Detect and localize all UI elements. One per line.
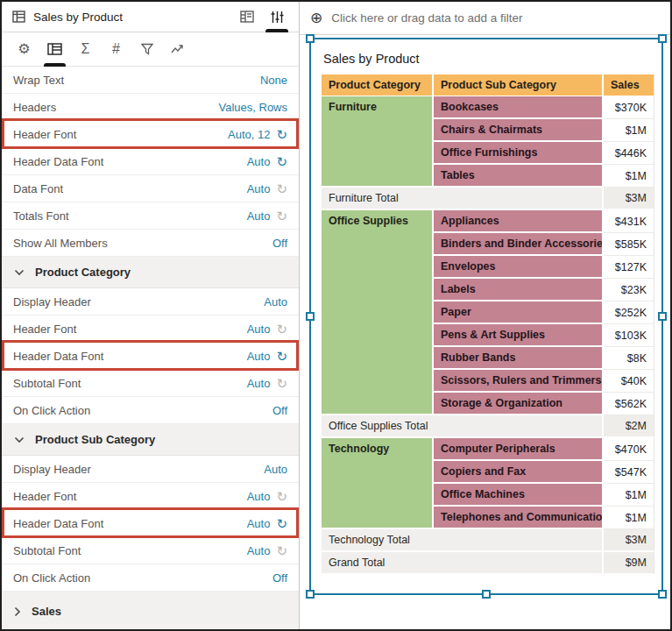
- tab-table-layout-icon[interactable]: [39, 32, 70, 66]
- subcategory-cell[interactable]: Office Furnishings: [434, 142, 604, 165]
- property-row-wrap-text[interactable]: Wrap TextNone: [2, 67, 299, 94]
- reset-icon[interactable]: ↻: [276, 128, 287, 141]
- property-value[interactable]: Off: [272, 571, 287, 585]
- property-row-show-all-members[interactable]: Show All MembersOff: [2, 230, 299, 257]
- sales-value-cell[interactable]: $446K: [604, 142, 654, 165]
- property-value[interactable]: None: [260, 74, 287, 87]
- subcategory-cell[interactable]: Scissors, Rulers and Trimmers: [434, 370, 604, 393]
- property-row-display-header[interactable]: Display HeaderAuto: [2, 288, 299, 316]
- property-value[interactable]: Auto: [247, 155, 271, 168]
- sales-value-cell[interactable]: $8K: [604, 347, 654, 370]
- grand-total-label-cell[interactable]: Grand Total: [322, 552, 604, 575]
- subtotal-label-cell[interactable]: Furniture Total: [322, 188, 604, 210]
- property-value[interactable]: Auto: [264, 463, 287, 476]
- resize-handle-bottom-mid[interactable]: [482, 590, 491, 599]
- category-cell[interactable]: Technology: [322, 438, 434, 529]
- property-value[interactable]: Auto, 12: [228, 128, 270, 141]
- sales-value-cell[interactable]: $1M: [604, 484, 654, 507]
- subcategory-cell[interactable]: Binders and Binder Accessories: [434, 233, 604, 256]
- reset-icon[interactable]: ↻: [276, 155, 287, 168]
- selected-visualization[interactable]: Sales by Product Product CategoryProduct…: [309, 38, 663, 595]
- subcategory-cell[interactable]: Tables: [434, 165, 604, 188]
- subcategory-cell[interactable]: Labels: [434, 279, 604, 301]
- property-value[interactable]: Values, Rows: [218, 101, 287, 114]
- sales-value-cell[interactable]: $103K: [604, 324, 654, 347]
- subcategory-cell[interactable]: Paper: [434, 301, 604, 324]
- sales-value-cell[interactable]: $252K: [604, 301, 654, 324]
- property-row-header-font[interactable]: Header FontAuto, 12↻: [2, 121, 299, 148]
- property-row-header-font[interactable]: Header FontAuto↻: [2, 316, 299, 343]
- sales-value-cell[interactable]: $1M: [604, 119, 654, 142]
- resize-handle-bottom-left[interactable]: [306, 590, 315, 599]
- property-row-header-data-font[interactable]: Header Data FontAuto↻: [2, 148, 299, 175]
- sales-value-cell[interactable]: $431K: [604, 210, 654, 233]
- reset-icon[interactable]: ↻: [276, 517, 287, 530]
- grammar-panel-icon[interactable]: [234, 2, 260, 32]
- category-cell[interactable]: Furniture: [322, 96, 434, 188]
- resize-handle-mid-left[interactable]: [306, 312, 315, 321]
- section-header-sales[interactable]: Sales: [2, 592, 299, 629]
- resize-handle-top-right[interactable]: [658, 34, 667, 43]
- filter-bar[interactable]: ⊕ Click here or drag data to add a filte…: [300, 2, 670, 35]
- grand-total-value-cell[interactable]: $9M: [604, 552, 654, 575]
- subcategory-cell[interactable]: Chairs & Chairmats: [434, 119, 604, 142]
- property-row-header-font[interactable]: Header FontAuto↻: [2, 483, 299, 510]
- property-value[interactable]: Auto: [247, 209, 271, 223]
- section-header-product-category[interactable]: Product Category: [2, 257, 299, 288]
- resize-handle-bottom-right[interactable]: [658, 590, 667, 599]
- column-header-product-category[interactable]: Product Category: [322, 74, 434, 96]
- property-value[interactable]: Auto: [247, 490, 271, 503]
- reset-icon[interactable]: ↻: [276, 350, 287, 363]
- sales-value-cell[interactable]: $370K: [604, 96, 654, 119]
- property-row-subtotal-font[interactable]: Subtotal FontAuto↻: [2, 370, 299, 397]
- sales-value-cell[interactable]: $562K: [604, 393, 654, 415]
- property-value[interactable]: Off: [272, 237, 287, 250]
- sales-value-cell[interactable]: $470K: [604, 438, 654, 461]
- property-value[interactable]: Auto: [247, 323, 271, 336]
- subcategory-cell[interactable]: Bookcases: [434, 96, 604, 119]
- properties-sliders-icon[interactable]: [264, 2, 290, 32]
- subtotal-label-cell[interactable]: Office Supplies Total: [322, 415, 604, 438]
- sales-value-cell[interactable]: $40K: [604, 370, 654, 393]
- sales-value-cell[interactable]: $1M: [604, 165, 654, 188]
- subtotal-value-cell[interactable]: $2M: [604, 415, 654, 438]
- property-value[interactable]: Auto: [247, 377, 271, 390]
- subcategory-cell[interactable]: Copiers and Fax: [434, 461, 604, 484]
- subcategory-cell[interactable]: Storage & Organization: [434, 393, 604, 415]
- subcategory-cell[interactable]: Computer Peripherals: [434, 438, 604, 461]
- subcategory-cell[interactable]: Envelopes: [434, 256, 604, 279]
- subcategory-cell[interactable]: Rubber Bands: [434, 347, 604, 370]
- sales-value-cell[interactable]: $1M: [604, 507, 654, 529]
- section-header-product-sub-category[interactable]: Product Sub Category: [2, 424, 299, 456]
- sales-value-cell[interactable]: $23K: [604, 279, 654, 301]
- tab-totals-sigma-icon[interactable]: Σ: [70, 32, 101, 66]
- property-row-on-click-action[interactable]: On Click ActionOff: [2, 397, 299, 424]
- subcategory-cell[interactable]: Telephones and Communication: [434, 507, 604, 529]
- tab-filter-icon[interactable]: [131, 32, 162, 66]
- property-value[interactable]: Auto: [247, 544, 271, 557]
- sales-value-cell[interactable]: $547K: [604, 461, 654, 484]
- column-header-product-sub-category[interactable]: Product Sub Category: [434, 74, 604, 96]
- property-row-headers[interactable]: HeadersValues, Rows: [2, 94, 299, 121]
- sales-value-cell[interactable]: $127K: [604, 256, 654, 279]
- add-filter-icon[interactable]: ⊕: [310, 11, 322, 25]
- property-value[interactable]: Auto: [247, 350, 271, 363]
- resize-handle-mid-right[interactable]: [658, 312, 667, 321]
- subtotal-value-cell[interactable]: $3M: [604, 529, 654, 552]
- property-row-header-data-font[interactable]: Header Data FontAuto↻: [2, 343, 299, 370]
- subcategory-cell[interactable]: Office Machines: [434, 484, 604, 507]
- property-value[interactable]: Auto: [247, 182, 271, 195]
- subcategory-cell[interactable]: Appliances: [434, 210, 604, 233]
- property-row-header-data-font[interactable]: Header Data FontAuto↻: [2, 510, 299, 537]
- subtotal-label-cell[interactable]: Technology Total: [322, 529, 604, 552]
- property-row-subtotal-font[interactable]: Subtotal FontAuto↻: [2, 537, 299, 564]
- property-row-display-header[interactable]: Display HeaderAuto: [2, 456, 299, 483]
- property-row-on-click-action[interactable]: On Click ActionOff: [2, 564, 299, 592]
- category-cell[interactable]: Office Supplies: [322, 210, 434, 415]
- resize-handle-top-left[interactable]: [306, 34, 315, 43]
- sales-value-cell[interactable]: $585K: [604, 233, 654, 256]
- property-value[interactable]: Auto: [264, 295, 287, 308]
- column-header-sales[interactable]: Sales: [604, 74, 654, 96]
- subcategory-cell[interactable]: Pens & Art Supplies: [434, 324, 604, 347]
- subtotal-value-cell[interactable]: $3M: [604, 188, 654, 210]
